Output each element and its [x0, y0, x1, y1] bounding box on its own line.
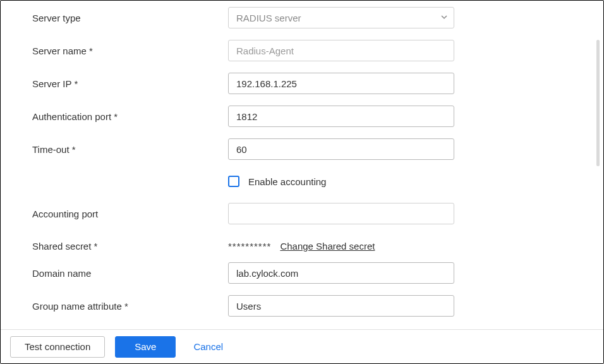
server-ip-input[interactable] [228, 73, 454, 94]
accounting-port-input[interactable] [228, 203, 454, 224]
auth-port-row: Authentication port * [32, 106, 572, 127]
shared-secret-row: Shared secret * ********** Change Shared… [32, 236, 572, 256]
server-type-label: Server type [32, 13, 228, 23]
timeout-label: Time-out * [32, 144, 228, 155]
auth-port-input[interactable] [228, 106, 454, 127]
server-type-select[interactable]: RADIUS server [228, 7, 454, 28]
shared-secret-mask: ********** [228, 241, 271, 252]
auth-port-label: Authentication port * [32, 111, 228, 122]
test-connection-button[interactable]: Test connection [10, 336, 105, 358]
accounting-port-row: Accounting port [32, 203, 572, 224]
timeout-row: Time-out * [32, 138, 572, 160]
server-name-row: Server name * [32, 40, 572, 61]
enable-accounting-label: Enable accounting [248, 176, 326, 187]
enable-accounting-row: Enable accounting [32, 171, 572, 191]
scrollbar-track[interactable] [596, 2, 600, 327]
change-shared-secret-link[interactable]: Change Shared secret [280, 241, 375, 252]
server-ip-label: Server IP * [32, 78, 228, 89]
domain-name-row: Domain name [32, 262, 572, 284]
scrollbar-thumb[interactable] [596, 40, 600, 166]
group-attr-input[interactable] [228, 295, 454, 317]
timeout-input[interactable] [228, 138, 454, 160]
server-name-input[interactable] [228, 40, 454, 61]
save-button[interactable]: Save [115, 336, 176, 358]
group-attr-row: Group name attribute * [32, 295, 572, 317]
enable-accounting-checkbox[interactable] [228, 176, 239, 187]
domain-name-label: Domain name [32, 268, 228, 279]
domain-name-input[interactable] [228, 262, 454, 284]
footer-bar: Test connection Save Cancel [1, 329, 603, 363]
server-name-label: Server name * [32, 46, 228, 56]
cancel-button[interactable]: Cancel [186, 336, 231, 358]
server-type-row: Server type RADIUS server [32, 7, 572, 28]
accounting-port-label: Accounting port [32, 209, 228, 219]
server-config-form: Server type RADIUS server Server name * … [1, 1, 603, 355]
group-attr-label: Group name attribute * [32, 301, 228, 312]
shared-secret-label: Shared secret * [32, 241, 228, 252]
server-ip-row: Server IP * [32, 73, 572, 94]
